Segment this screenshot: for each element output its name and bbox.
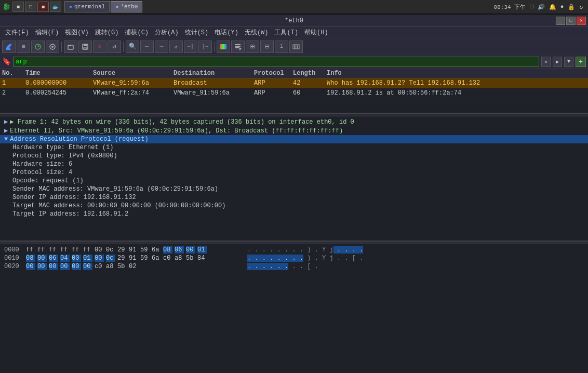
filter-bookmark-icon[interactable]: 🔖 — [2, 57, 11, 66]
byte-0-4[interactable]: ff — [72, 246, 81, 254]
byte-1-1[interactable]: 00 — [37, 255, 47, 262]
tab-qterminal[interactable]: ● qterminal — [64, 1, 110, 12]
byte-1-12[interactable]: c0 — [163, 255, 172, 262]
byte-1-14[interactable]: 5b — [186, 255, 195, 262]
tray-bell-icon[interactable]: 🔔 — [549, 4, 556, 10]
byte-2-1[interactable]: 00 — [37, 263, 47, 270]
detail-sender-mac[interactable]: Sender MAC address: VMware_91:59:6a (00:… — [0, 185, 588, 193]
byte-2-3[interactable]: 00 — [60, 263, 70, 270]
byte-0-12[interactable]: 08 — [163, 246, 172, 254]
filter-input[interactable] — [13, 57, 539, 67]
byte-0-2[interactable]: ff — [49, 246, 58, 254]
tray-monitor-icon[interactable]: □ — [530, 4, 533, 10]
menu-tools[interactable]: 工具(T) — [271, 27, 301, 38]
prev-icon[interactable]: ←| — [184, 41, 197, 53]
taskbar-icon-4[interactable]: 🐟 — [50, 2, 61, 12]
byte-2-2[interactable]: 00 — [49, 263, 58, 270]
tray-network-icon[interactable]: ● — [560, 4, 564, 10]
menu-capture[interactable]: 捕获(C) — [122, 27, 152, 38]
resize-columns-icon[interactable] — [289, 41, 303, 53]
tray-sound-icon[interactable]: 🔊 — [538, 4, 545, 10]
go-first-icon[interactable]: ↺ — [169, 41, 183, 53]
zoom-in-icon[interactable]: ⊞ — [246, 41, 259, 53]
packet-row-1[interactable]: 1 0.000000000 VMware_91:59:6a Broadcast … — [0, 78, 588, 88]
normal-size-icon[interactable]: 1 — [275, 41, 288, 53]
byte-1-7[interactable]: 0c — [106, 255, 115, 262]
byte-1-4[interactable]: 00 — [72, 255, 81, 262]
menu-analyze[interactable]: 分析(A) — [152, 27, 182, 38]
detail-target-mac[interactable]: Target MAC address: 00:00:00_00:00:00 (0… — [0, 202, 588, 210]
tab-eth0[interactable]: ● *eth0 — [111, 1, 142, 12]
open-file-icon[interactable] — [64, 41, 77, 53]
packet-row-2[interactable]: 2 0.000254245 VMware_ff:2a:74 VMware_91:… — [0, 88, 588, 98]
byte-0-11[interactable]: 6a — [152, 246, 161, 254]
byte-0-10[interactable]: 59 — [140, 246, 150, 254]
menu-file[interactable]: 文件(F) — [2, 27, 32, 38]
byte-0-14[interactable]: 00 — [186, 246, 195, 254]
win-minimize-btn[interactable]: _ — [556, 17, 565, 25]
byte-0-3[interactable]: ff — [60, 246, 70, 254]
byte-1-2[interactable]: 06 — [49, 255, 58, 262]
byte-1-11[interactable]: 6a — [152, 255, 161, 262]
detail-target-ip[interactable]: Target IP address: 192.168.91.2 — [0, 210, 588, 218]
byte-0-6[interactable]: 00 — [95, 246, 104, 254]
byte-2-5[interactable]: 00 — [83, 263, 92, 270]
reload-icon[interactable]: ↺ — [108, 41, 121, 53]
taskbar-dragon-icon[interactable]: 🐉 — [1, 2, 11, 12]
menu-telephony[interactable]: 电话(Y) — [211, 27, 242, 38]
colorize-icon[interactable] — [217, 41, 230, 53]
detail-sender-ip[interactable]: Sender IP address: 192.168.91.132 — [0, 193, 588, 202]
detail-ethernet[interactable]: ▶Ethernet II, Src: VMware_91:59:6a (00:0… — [0, 126, 588, 135]
menu-edit[interactable]: 编辑(E) — [32, 27, 62, 38]
close-file-icon[interactable]: ✕ — [93, 41, 106, 53]
go-back-icon[interactable]: ← — [140, 41, 154, 53]
filter-dropdown-btn[interactable]: ▼ — [564, 57, 573, 67]
zoom-out-icon[interactable]: ⊟ — [260, 41, 274, 53]
byte-1-8[interactable]: 29 — [117, 255, 127, 262]
byte-0-9[interactable]: 91 — [129, 246, 138, 254]
byte-0-15[interactable]: 01 — [197, 246, 207, 254]
detail-frame[interactable]: ▶▶ Frame 1: 42 bytes on wire (336 bits),… — [0, 117, 588, 126]
byte-2-7[interactable]: a8 — [106, 263, 115, 270]
byte-2-6[interactable]: c0 — [95, 263, 104, 270]
byte-2-0[interactable]: 00 — [26, 263, 35, 270]
detail-hw-type[interactable]: Hardware type: Ethernet (1) — [0, 143, 588, 152]
filter-add-btn[interactable]: + — [576, 57, 586, 67]
auto-scroll-icon[interactable] — [231, 41, 245, 53]
taskbar-icon-3[interactable]: ◼ — [37, 2, 49, 12]
byte-1-6[interactable]: 00 — [95, 255, 104, 262]
byte-0-13[interactable]: 06 — [175, 246, 184, 254]
taskbar-icon-2[interactable]: □ — [25, 2, 36, 12]
detail-hw-size[interactable]: Hardware size: 6 — [0, 160, 588, 168]
tray-lock-icon[interactable]: 🔒 — [568, 4, 575, 10]
go-forward-icon[interactable]: → — [155, 41, 168, 53]
win-maximize-btn[interactable]: □ — [566, 17, 576, 25]
tray-update-icon[interactable]: ↻ — [579, 4, 583, 10]
menu-help[interactable]: 帮助(H) — [301, 27, 331, 38]
byte-1-5[interactable]: 01 — [83, 255, 92, 262]
find-icon[interactable]: 🔍 — [126, 41, 139, 53]
byte-1-13[interactable]: a8 — [175, 255, 184, 262]
detail-arp[interactable]: ▼Address Resolution Protocol (request) — [0, 135, 588, 143]
menu-stats[interactable]: 统计(S) — [182, 27, 212, 38]
filter-apply-btn[interactable]: ▶ — [553, 57, 562, 67]
shark-fin-icon[interactable] — [2, 41, 16, 53]
byte-1-0[interactable]: 08 — [26, 255, 35, 262]
restart-icon[interactable] — [31, 41, 45, 53]
menu-view[interactable]: 视图(V) — [62, 27, 92, 38]
stop-capture-icon[interactable]: ■ — [17, 41, 30, 53]
byte-2-4[interactable]: 00 — [72, 263, 81, 270]
taskbar-icon-1[interactable]: ■ — [12, 2, 24, 12]
byte-1-10[interactable]: 59 — [140, 255, 150, 262]
byte-0-0[interactable]: ff — [26, 246, 35, 254]
menu-wireless[interactable]: 无线(W) — [242, 27, 272, 38]
byte-1-15[interactable]: 84 — [197, 255, 207, 262]
detail-proto-type[interactable]: Protocol type: IPv4 (0x0800) — [0, 152, 588, 160]
win-close-btn[interactable]: ✕ — [577, 17, 586, 25]
byte-0-5[interactable]: ff — [83, 246, 92, 254]
options-icon[interactable] — [46, 41, 59, 53]
detail-opcode[interactable]: Opcode: request (1) — [0, 177, 588, 185]
detail-proto-size[interactable]: Protocol size: 4 — [0, 168, 588, 177]
byte-1-3[interactable]: 04 — [60, 255, 70, 262]
byte-2-8[interactable]: 5b — [117, 263, 127, 270]
